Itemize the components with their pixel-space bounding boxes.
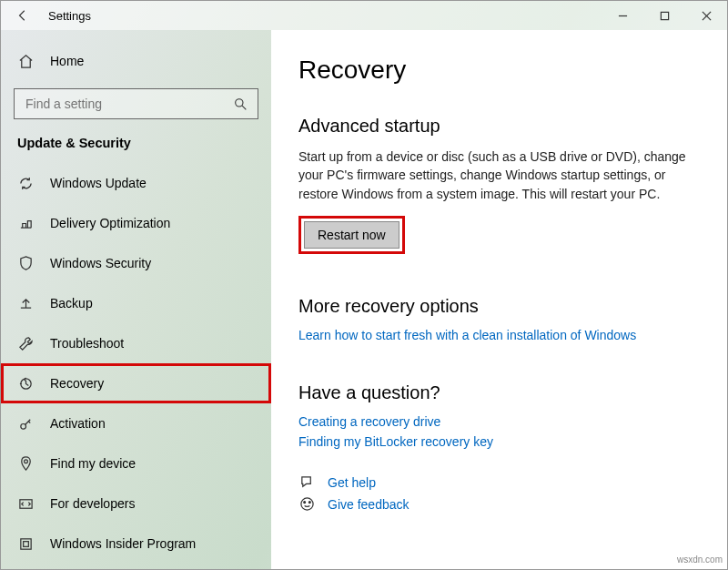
sidebar-item-label: Troubleshoot [50,336,124,351]
svg-point-14 [308,502,310,504]
delivery-icon [17,215,34,231]
give-feedback-link[interactable]: Give feedback [328,497,410,512]
sidebar-item-label: Windows Update [50,176,147,190]
close-button[interactable] [685,1,727,30]
location-icon [17,455,34,472]
sidebar-item-troubleshoot[interactable]: Troubleshoot [1,323,271,363]
search-input[interactable] [14,88,258,119]
svg-rect-10 [20,538,30,548]
sidebar-item-label: Activation [50,416,106,431]
sidebar-item-label: Backup [50,296,93,310]
insider-icon [17,535,34,552]
titlebar: Settings [1,1,727,30]
sidebar-item-windows-insider[interactable]: Windows Insider Program [1,524,271,564]
maximize-button[interactable] [643,1,685,30]
sidebar-item-windows-update[interactable]: Windows Update [1,163,271,203]
sidebar-item-delivery-optimization[interactable]: Delivery Optimization [1,203,271,243]
advanced-startup-description: Start up from a device or disc (such as … [298,148,700,203]
key-icon [17,415,34,432]
svg-rect-11 [23,541,28,546]
window-title: Settings [48,9,91,23]
sidebar-item-for-developers[interactable]: For developers [1,483,271,524]
content-pane: Recovery Advanced startup Start up from … [271,30,727,569]
sidebar-item-windows-security[interactable]: Windows Security [1,243,271,283]
svg-point-13 [303,502,305,504]
sidebar-item-label: For developers [50,496,135,511]
sidebar-item-label: Recovery [50,376,104,391]
svg-point-4 [235,98,242,106]
have-question-heading: Have a question? [298,382,700,403]
sidebar-home-label: Home [50,54,84,68]
developer-icon [17,495,34,512]
more-recovery-heading: More recovery options [298,296,700,317]
search-field[interactable] [24,96,232,112]
sidebar-item-label: Windows Insider Program [50,536,196,551]
sidebar-item-recovery[interactable]: Recovery [1,363,271,403]
wrench-icon [17,335,34,351]
sidebar-item-backup[interactable]: Backup [1,283,271,323]
backup-icon [17,295,34,311]
recovery-drive-link[interactable]: Creating a recovery drive [298,414,700,429]
svg-line-5 [242,106,246,109]
recovery-icon [17,375,34,392]
minimize-button[interactable] [602,1,643,30]
svg-rect-1 [661,12,668,19]
search-icon [232,96,248,112]
page-title: Recovery [298,56,700,85]
home-icon [17,53,34,69]
sidebar-item-label: Find my device [50,456,136,471]
shield-icon [17,255,34,271]
feedback-icon [298,496,315,513]
svg-point-12 [300,498,312,510]
svg-point-8 [24,459,27,463]
sidebar-home[interactable]: Home [1,41,271,81]
sidebar-item-activation[interactable]: Activation [1,403,271,443]
sidebar-item-label: Delivery Optimization [50,216,170,230]
advanced-startup-heading: Advanced startup [298,116,700,137]
sidebar-item-find-my-device[interactable]: Find my device [1,443,271,483]
start-fresh-link[interactable]: Learn how to start fresh with a clean in… [298,328,700,342]
back-button[interactable] [8,1,37,30]
sync-icon [17,175,34,191]
sidebar-item-label: Windows Security [50,256,151,270]
bitlocker-link[interactable]: Finding my BitLocker recovery key [298,434,700,449]
watermark: wsxdn.com [677,555,723,565]
get-help-link[interactable]: Get help [328,475,376,490]
restart-now-button[interactable]: Restart now [304,221,399,249]
sidebar-category: Update & Security [1,128,271,163]
help-icon [298,474,315,491]
sidebar: Home Update & Security Windows Update De… [1,30,271,569]
